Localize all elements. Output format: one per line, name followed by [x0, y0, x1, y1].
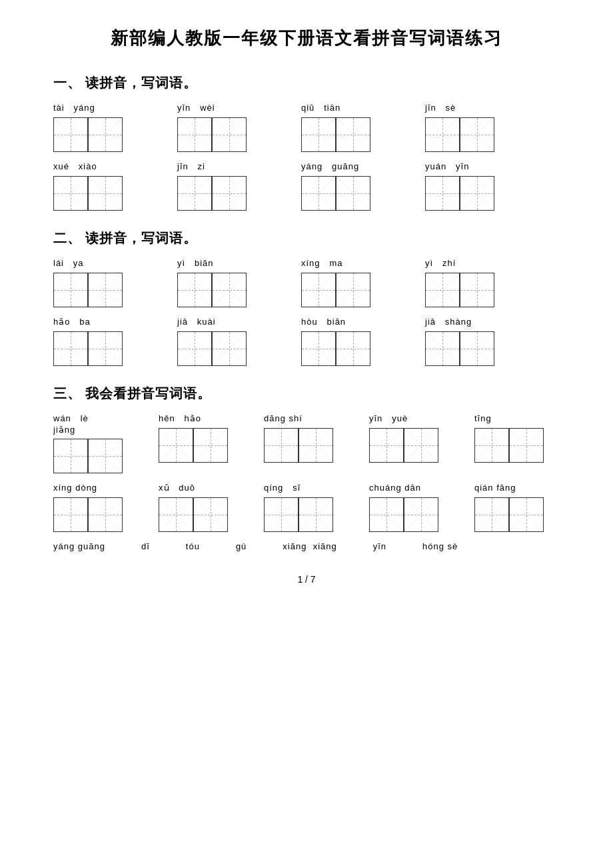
group-yibian: yì biān: [177, 258, 247, 307]
char-cell: [177, 331, 212, 366]
box-jinzi: [177, 176, 247, 211]
char-cell: [212, 331, 247, 366]
svg-line-68: [159, 429, 193, 462]
svg-line-46: [460, 273, 494, 307]
section2-row2: hǎo ba jiā kuài hòu biān jiā shàn: [53, 317, 560, 366]
pinyin-dangshi: dāng shí: [264, 413, 303, 425]
svg-line-20: [178, 177, 211, 210]
char-cell: [425, 273, 460, 307]
svg-line-58: [336, 332, 370, 365]
svg-line-80: [475, 429, 508, 462]
section2-row1: lái ya yì biān xíng ma yì zhí: [53, 258, 560, 307]
svg-line-34: [89, 273, 122, 307]
box-qianfang: [474, 497, 544, 532]
pinyin-henhao: hěn hǎo: [159, 413, 201, 425]
char-cell: [53, 331, 88, 366]
char-cell: [88, 176, 123, 211]
svg-line-69: [159, 429, 193, 462]
group-chuangdan: chuáng dān: [369, 483, 438, 532]
svg-line-27: [336, 177, 370, 210]
svg-line-54: [213, 332, 246, 365]
section3-row3-labels: yáng guāng dī tóu gù xiāng xiāng yīn hón…: [53, 541, 560, 554]
box-yangguang: [301, 176, 370, 211]
group-wanle: wán lèjiǎng: [53, 413, 123, 473]
svg-line-22: [213, 177, 246, 210]
svg-line-59: [336, 332, 370, 365]
svg-line-50: [89, 332, 122, 365]
pinyin-xingma: xíng ma: [301, 258, 342, 270]
box-xingdong: [53, 497, 123, 532]
char-cell: [212, 117, 247, 152]
svg-line-3: [89, 118, 122, 151]
section-3: 三、 我会看拼音写词语。 wán lèjiǎng hěn hǎo dāng sh…: [53, 385, 560, 554]
svg-line-49: [54, 332, 87, 365]
pinyin-wanle: wán lèjiǎng: [53, 413, 89, 436]
char-cell: [336, 176, 370, 211]
group-yinyue: yīn yuè: [369, 413, 438, 463]
pinyin-yinyue: yīn yuè: [369, 413, 408, 425]
char-cell: [264, 428, 299, 463]
char-cell: [336, 331, 370, 366]
svg-line-92: [265, 498, 298, 531]
box-yinwei: [177, 117, 247, 152]
svg-line-86: [89, 498, 122, 531]
char-cell: [53, 176, 88, 211]
box-laiya: [53, 273, 123, 307]
svg-line-57: [302, 332, 335, 365]
box-yibian: [177, 273, 247, 307]
svg-line-37: [178, 273, 211, 307]
box-taiyang: [53, 117, 123, 152]
char-cell: [474, 428, 509, 463]
char-cell: [177, 117, 212, 152]
group-qiutian: qiū tiān: [301, 103, 370, 152]
pinyin-houbian: hòu biān: [301, 317, 346, 329]
pinyin-ting: tīng: [474, 413, 492, 425]
pinyin-chuangdan: chuáng dān: [369, 483, 421, 495]
group-qingsi: qíng sī: [264, 483, 333, 532]
svg-line-103: [510, 498, 543, 531]
char-cell: [53, 439, 88, 473]
char-cell: [159, 497, 193, 532]
page-title: 新部编人教版一年级下册语文看拼音写词语练习: [53, 27, 560, 50]
svg-line-66: [89, 439, 122, 473]
svg-line-15: [460, 118, 494, 151]
pinyin-yin2: yīn: [373, 541, 386, 551]
svg-line-97: [370, 498, 403, 531]
char-cell: [369, 428, 404, 463]
pinyin-qianfang: qián fāng: [474, 483, 516, 495]
group-laiya: lái ya: [53, 258, 123, 307]
char-cell: [299, 428, 333, 463]
char-cell: [177, 176, 212, 211]
section1-row1: tài yáng yīn wèi qiū tiān jīn sè: [53, 103, 560, 152]
char-cell: [88, 331, 123, 366]
group-yangguang: yáng guāng: [301, 161, 370, 211]
group-jinzi: jīn zi: [177, 161, 247, 211]
group-xingdong: xíng dòng: [53, 483, 123, 532]
box-chuangdan: [369, 497, 438, 532]
section-1-title: 一、 读拼音，写词语。: [53, 74, 560, 92]
svg-line-101: [475, 498, 508, 531]
svg-line-28: [426, 177, 459, 210]
pinyin-yinwei: yīn wèi: [177, 103, 215, 115]
svg-line-89: [159, 498, 193, 531]
svg-line-11: [336, 118, 370, 151]
svg-line-18: [89, 177, 122, 210]
section1-row2: xué xiào jīn zi yáng guāng yuán y: [53, 161, 560, 211]
group-yizhi: yì zhí: [425, 258, 494, 307]
pinyin-xuduo: xǔ duō: [159, 483, 195, 495]
char-cell: [301, 273, 336, 307]
group-xuexiao: xué xiào: [53, 161, 123, 211]
char-cell: [264, 497, 299, 532]
char-cell: [88, 117, 123, 152]
section-2: 二、 读拼音，写词语。 lái ya yì biān xíng ma: [53, 229, 560, 366]
char-cell: [193, 497, 228, 532]
char-cell: [425, 176, 460, 211]
svg-line-52: [178, 332, 211, 365]
svg-line-71: [194, 429, 227, 462]
svg-line-19: [89, 177, 122, 210]
svg-line-99: [404, 498, 438, 531]
group-jinse: jīn sè: [425, 103, 494, 152]
char-cell: [460, 176, 494, 211]
char-cell: [88, 273, 123, 307]
svg-line-12: [426, 118, 459, 151]
